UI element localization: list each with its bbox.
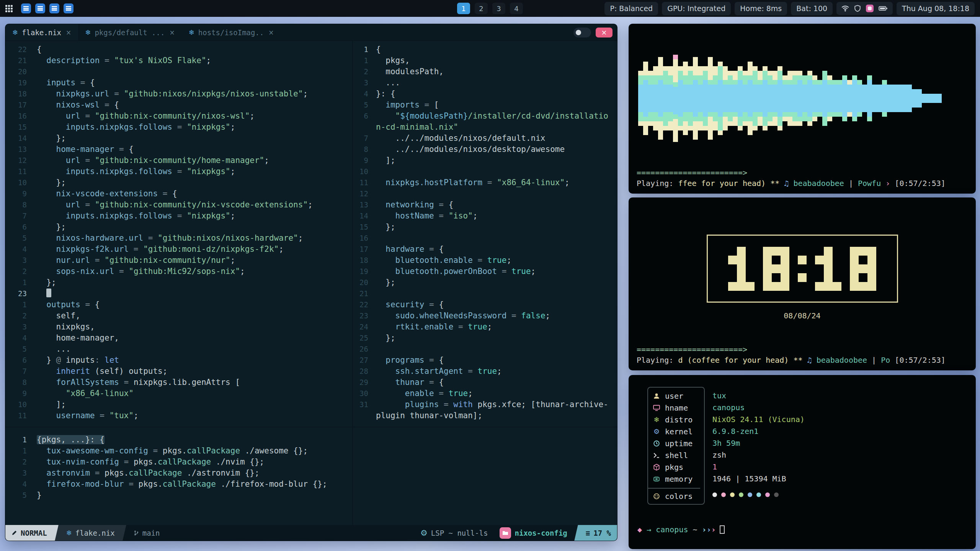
code-line[interactable]: 16 xyxy=(353,233,617,244)
code-line[interactable]: 10 }; xyxy=(5,177,352,188)
code-line[interactable]: 16 url = "github:nix-community/nixos-wsl… xyxy=(5,111,352,122)
code-line[interactable]: 8 forAllSystems = nixpkgs.lib.genAttrs [ xyxy=(5,377,352,388)
code-line[interactable]: 31 plugins = with pkgs.xfce; [thunar-arc… xyxy=(353,399,617,410)
code-line[interactable]: 21 xyxy=(353,288,617,299)
code-line[interactable]: 9 nix-vscode-extensions = { xyxy=(5,188,352,199)
code-line[interactable]: 9 "x86_64-linux" xyxy=(5,388,352,399)
code-line[interactable]: 21 description = "tux's NixOS Flake"; xyxy=(5,55,352,66)
code-line[interactable]: 18 bluetooth.enable = true; xyxy=(353,255,617,266)
code-line[interactable]: 1 }; xyxy=(5,277,352,288)
tag-2[interactable]: 2 xyxy=(475,3,488,14)
code-line[interactable]: 7 inherit (self) outputs; xyxy=(5,366,352,377)
code-line[interactable]: 15 inputs.nixpkgs.follows = "nixpkgs"; xyxy=(5,122,352,133)
code-line[interactable]: 2 self, xyxy=(5,310,352,321)
code-text: nixpkgs-f2k.url = "github:moni-dz/nixpkg… xyxy=(37,244,284,255)
code-line[interactable]: 30 enable = true; xyxy=(353,388,617,399)
code-line[interactable]: 10 xyxy=(353,166,617,177)
code-line[interactable]: 6 } @ inputs: let xyxy=(5,355,352,366)
code-line[interactable]: 13 networking = { xyxy=(353,199,617,210)
code-line[interactable]: 27 programs = { xyxy=(353,355,617,366)
apps-grid-icon[interactable] xyxy=(5,5,13,12)
code-line[interactable]: 1{ xyxy=(353,44,617,55)
code-line[interactable]: 7 ../../modules/nixos/default.nix xyxy=(353,133,617,144)
code-line[interactable]: 19 bluetooth.powerOnBoot = true; xyxy=(353,266,617,277)
code-line[interactable]: 6 "${modulesPath}/installer/cd-dvd/insta… xyxy=(353,111,617,122)
code-line[interactable]: 3 nur.url = "github:nix-community/nur"; xyxy=(5,255,352,266)
code-line[interactable]: 4 firefox-mod-blur = pkgs.callPackage ./… xyxy=(5,479,617,490)
battery-icon[interactable] xyxy=(879,5,888,11)
code-line[interactable]: 20 xyxy=(5,66,352,77)
code-line[interactable]: 3 ... xyxy=(353,77,617,88)
tag-4[interactable]: 4 xyxy=(510,3,523,14)
code-line[interactable]: 14 }; xyxy=(5,133,352,144)
code-line[interactable]: 20 }; xyxy=(353,277,617,288)
code-line[interactable]: n-cd-minimal.nix" xyxy=(353,122,617,133)
tray-app-icon[interactable] xyxy=(64,3,74,13)
code-line[interactable]: 2 modulesPath, xyxy=(353,66,617,77)
shield-icon[interactable] xyxy=(854,5,861,12)
code-line[interactable]: 1{pkgs, ...}: { xyxy=(5,434,617,445)
code-line[interactable]: 8 url = "github:nix-community/nix-vscode… xyxy=(5,199,352,210)
code-line[interactable]: 28 ssh.startAgent = true; xyxy=(353,366,617,377)
code-line[interactable]: 1 pkgs, xyxy=(353,55,617,66)
close-icon[interactable]: × xyxy=(268,29,274,36)
code-line[interactable]: 4 home-manager, xyxy=(5,333,352,344)
tray-app-icon[interactable] xyxy=(21,3,31,13)
tab-flake-nix[interactable]: ❄ flake.nix × xyxy=(5,24,78,41)
code-line[interactable]: 14 hostName = "iso"; xyxy=(353,210,617,222)
toggle-button[interactable] xyxy=(573,28,591,37)
code-line[interactable]: 5} xyxy=(5,490,617,501)
window-close-button[interactable]: × xyxy=(596,28,612,37)
close-icon[interactable]: × xyxy=(66,29,71,36)
code-line[interactable]: plugin thunar-volman]; xyxy=(353,410,617,421)
code-line[interactable]: 25 }; xyxy=(353,333,617,344)
code-line[interactable]: 22{ xyxy=(5,44,352,55)
tag-3[interactable]: 3 xyxy=(492,3,505,14)
app-icon-pink[interactable] xyxy=(866,5,874,12)
code-line[interactable]: 12 xyxy=(353,188,617,199)
code-line[interactable]: 4}: { xyxy=(353,88,617,99)
code-line[interactable]: 9 ]; xyxy=(353,155,617,166)
code-line[interactable]: 4 nixpkgs-f2k.url = "github:moni-dz/nixp… xyxy=(5,244,352,255)
code-line[interactable]: 1 outputs = { xyxy=(5,299,352,310)
code-line[interactable]: 5 imports = [ xyxy=(353,99,617,111)
tray-app-icon[interactable] xyxy=(49,3,59,13)
tab-pkgs-default[interactable]: ❄ pkgs/default ... × xyxy=(78,24,181,41)
wifi-icon[interactable] xyxy=(841,5,849,12)
code-line[interactable]: 22 security = { xyxy=(353,299,617,310)
code-line[interactable]: 11 inputs.nixpkgs.follows = "nixpkgs"; xyxy=(5,166,352,177)
code-line[interactable]: 8 ../../modules/nixos/desktop/awesome xyxy=(353,144,617,155)
code-text: firefox-mod-blur = pkgs.callPackage ./fi… xyxy=(37,479,327,490)
tag-1[interactable]: 1 xyxy=(457,3,470,14)
code-line[interactable]: 12 url = "github:nix-community/home-mana… xyxy=(5,155,352,166)
code-line[interactable]: 17 nixos-wsl = { xyxy=(5,99,352,111)
code-line[interactable]: 1 tux-awesome-wm-config = pkgs.callPacka… xyxy=(5,445,617,456)
code-line[interactable]: 3 astronvim = pkgs.callPackage ./astronv… xyxy=(5,468,617,479)
tray-app-icon[interactable] xyxy=(35,3,45,13)
code-line[interactable]: 19 inputs = { xyxy=(5,77,352,88)
code-line[interactable]: 23 xyxy=(5,288,352,299)
code-line[interactable]: 15 }; xyxy=(353,222,617,233)
shell-prompt[interactable]: ◆ → canopus ~ ››› xyxy=(637,525,725,534)
gpu-indicator: GPU: Integrated xyxy=(662,2,731,15)
code-line[interactable]: 13 home-manager = { xyxy=(5,144,352,155)
code-line[interactable]: 7 inputs.nixpkgs.follows = "nixpkgs"; xyxy=(5,210,352,222)
code-line[interactable]: 3 nixpkgs, xyxy=(5,321,352,333)
code-line[interactable]: 11 nixpkgs.hostPlatform = "x86_64-linux"… xyxy=(353,177,617,188)
code-line[interactable]: 2 sops-nix.url = "github:Mic92/sops-nix"… xyxy=(5,266,352,277)
code-line[interactable]: 26 xyxy=(353,344,617,355)
code-line[interactable]: 23 sudo.wheelNeedsPassword = false; xyxy=(353,310,617,321)
tab-hosts-isoimage[interactable]: ❄ hosts/isoImag.. × xyxy=(182,24,281,41)
code-line[interactable]: 11 username = "tux"; xyxy=(5,410,352,421)
code-line[interactable]: 24 rtkit.enable = true; xyxy=(353,321,617,333)
code-line[interactable]: 6 }; xyxy=(5,222,352,233)
close-icon[interactable]: × xyxy=(169,29,175,36)
code-line[interactable]: 29 thunar = { xyxy=(353,377,617,388)
code-line[interactable]: 2 tux-nvim-config = pkgs.callPackage ./n… xyxy=(5,456,617,468)
code-line[interactable]: 5 ... xyxy=(5,344,352,355)
line-number: 3 xyxy=(5,321,27,333)
code-line[interactable]: 10 ]; xyxy=(5,399,352,410)
code-line[interactable]: 17 hardware = { xyxy=(353,244,617,255)
code-line[interactable]: 5 nixos-hardware.url = "github:nixos/nix… xyxy=(5,233,352,244)
code-line[interactable]: 18 nixpkgs.url = "github:nixos/nixpkgs/n… xyxy=(5,88,352,99)
